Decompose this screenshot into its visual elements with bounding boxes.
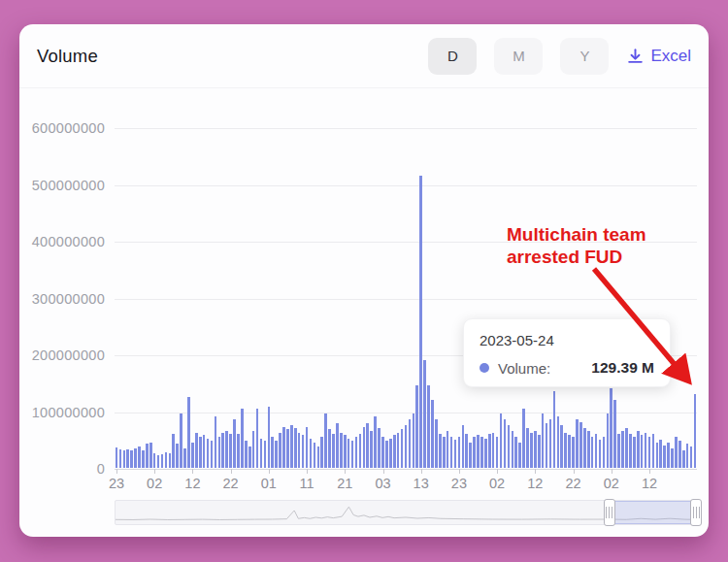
volume-bar[interactable] [572,437,575,468]
volume-bar[interactable] [645,433,647,468]
volume-bar[interactable] [603,437,606,468]
volume-bar[interactable] [241,409,244,468]
volume-bar[interactable] [610,388,612,468]
volume-bar[interactable] [123,450,126,468]
datazoom-selected-window[interactable] [610,501,696,524]
volume-bar[interactable] [237,434,240,468]
volume-bar[interactable] [347,439,350,468]
volume-bar[interactable] [268,407,271,468]
volume-bar[interactable] [595,434,598,468]
volume-bar[interactable] [413,413,415,468]
volume-bar[interactable] [180,413,182,468]
volume-bar[interactable] [294,428,297,468]
volume-bar[interactable] [568,435,571,468]
range-button-monthly[interactable]: M [494,38,543,75]
volume-bar[interactable] [641,435,644,468]
volume-bar[interactable] [183,448,186,468]
volume-bar[interactable] [560,425,563,468]
volume-bar[interactable] [675,437,678,468]
volume-bar[interactable] [659,440,662,468]
volume-bar[interactable] [344,435,347,468]
volume-bar[interactable] [290,425,293,468]
volume-bar[interactable] [458,437,461,468]
datazoom-left-handle[interactable] [604,499,615,526]
volume-bar[interactable] [264,441,267,468]
volume-bar[interactable] [656,443,659,468]
datazoom-right-handle[interactable] [690,499,702,526]
volume-bar[interactable] [153,453,156,468]
volume-bar[interactable] [492,433,495,468]
volume-bar[interactable] [248,446,251,468]
volume-bar[interactable] [195,433,198,468]
volume-bar[interactable] [271,437,274,468]
volume-bar[interactable] [389,439,392,468]
volume-bar[interactable] [397,433,400,468]
volume-bar[interactable] [211,441,214,468]
volume-bar[interactable] [530,433,533,468]
volume-bar[interactable] [686,444,689,468]
volume-bar[interactable] [447,431,449,468]
volume-bar[interactable] [176,444,179,468]
volume-bar[interactable] [119,449,122,468]
volume-bar[interactable] [221,433,224,468]
volume-bar[interactable] [514,437,517,468]
volume-bar[interactable] [146,444,149,468]
volume-bar[interactable] [591,437,594,468]
volume-bar[interactable] [207,439,210,468]
volume-bar[interactable] [484,439,487,468]
volume-bar[interactable] [435,419,438,468]
volume-bar[interactable] [690,446,693,468]
range-button-yearly[interactable]: Y [560,38,609,75]
volume-bar[interactable] [469,443,472,468]
volume-bar[interactable] [351,441,354,468]
volume-bar[interactable] [282,427,285,468]
volume-bar[interactable] [138,446,141,468]
volume-bar[interactable] [637,431,640,468]
volume-bar[interactable] [225,431,228,468]
volume-bar[interactable] [149,443,152,468]
volume-bar[interactable] [142,450,145,468]
volume-bar[interactable] [648,437,651,468]
volume-bar[interactable] [427,385,430,468]
volume-bar[interactable] [652,434,655,468]
volume-bar[interactable] [401,429,404,468]
volume-bar[interactable] [480,437,483,468]
volume-bar[interactable] [405,425,408,468]
volume-bar[interactable] [130,450,133,468]
volume-bar[interactable] [157,455,160,468]
volume-bar[interactable] [279,433,281,468]
volume-bar[interactable] [161,454,164,468]
volume-bar[interactable] [538,435,541,468]
volume-bar[interactable] [203,435,206,468]
volume-bar[interactable] [576,419,579,468]
volume-bar[interactable] [423,360,426,468]
volume-bar[interactable] [462,425,465,468]
volume-bar[interactable] [518,443,521,468]
volume-bar[interactable] [542,413,545,468]
volume-bar[interactable] [443,437,446,468]
volume-bar[interactable] [252,431,255,468]
volume-bar[interactable] [500,413,503,468]
volume-bar[interactable] [256,409,259,468]
volume-bar[interactable] [172,434,175,468]
volume-bar[interactable] [191,443,194,468]
range-button-daily[interactable]: D [428,38,477,75]
volume-bar[interactable] [599,440,602,468]
volume-bar[interactable] [306,427,309,468]
volume-bar[interactable] [553,391,556,468]
volume-bar[interactable] [419,176,422,468]
volume-bar[interactable] [286,429,289,468]
volume-bar[interactable] [629,434,632,468]
volume-bar[interactable] [587,431,590,468]
volume-bar[interactable] [260,439,263,468]
volume-bar[interactable] [678,441,681,468]
volume-bar[interactable] [381,437,384,468]
volume-bar[interactable] [431,400,434,468]
volume-bar[interactable] [488,434,491,468]
volume-bar[interactable] [393,435,396,468]
volume-bar[interactable] [508,425,511,468]
volume-bar[interactable] [557,416,560,468]
volume-bar[interactable] [534,431,537,468]
volume-bar[interactable] [218,437,221,468]
volume-bar[interactable] [617,434,620,468]
